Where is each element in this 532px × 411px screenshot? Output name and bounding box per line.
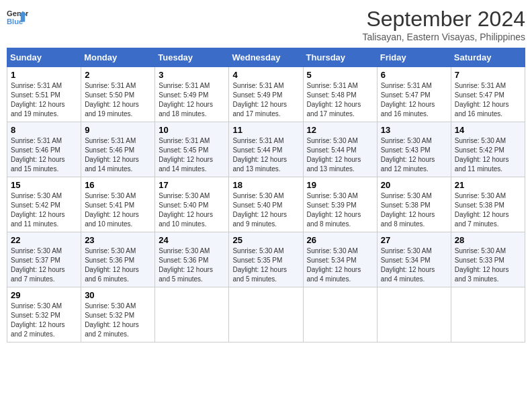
day-info: Sunrise: 5:30 AM Sunset: 5:40 PM Dayligh… bbox=[232, 191, 299, 229]
day-number: 13 bbox=[381, 125, 447, 135]
day-info: Sunrise: 5:30 AM Sunset: 5:42 PM Dayligh… bbox=[455, 136, 521, 174]
page-header: General Blue September 2024 Talisayan, E… bbox=[7, 7, 525, 42]
day-number: 17 bbox=[159, 180, 225, 190]
day-info: Sunrise: 5:30 AM Sunset: 5:36 PM Dayligh… bbox=[85, 246, 151, 284]
calendar-cell: 22 Sunrise: 5:30 AM Sunset: 5:37 PM Dayl… bbox=[7, 232, 81, 287]
day-info: Sunrise: 5:31 AM Sunset: 5:49 PM Dayligh… bbox=[159, 81, 225, 119]
calendar-cell: 26 Sunrise: 5:30 AM Sunset: 5:34 PM Dayl… bbox=[303, 232, 377, 287]
title-area: September 2024 Talisayan, Eastern Visaya… bbox=[362, 7, 525, 42]
calendar-cell: 21 Sunrise: 5:30 AM Sunset: 5:38 PM Dayl… bbox=[451, 177, 525, 232]
header-day: Sunday bbox=[7, 48, 81, 67]
day-info: Sunrise: 5:30 AM Sunset: 5:39 PM Dayligh… bbox=[307, 191, 373, 229]
day-info: Sunrise: 5:30 AM Sunset: 5:35 PM Dayligh… bbox=[232, 246, 299, 284]
calendar-week: 8 Sunrise: 5:31 AM Sunset: 5:46 PM Dayli… bbox=[7, 122, 525, 177]
day-number: 2 bbox=[85, 70, 151, 80]
day-info: Sunrise: 5:30 AM Sunset: 5:44 PM Dayligh… bbox=[307, 136, 373, 174]
day-info: Sunrise: 5:31 AM Sunset: 5:46 PM Dayligh… bbox=[11, 136, 77, 174]
calendar-cell: 24 Sunrise: 5:30 AM Sunset: 5:36 PM Dayl… bbox=[155, 232, 229, 287]
day-info: Sunrise: 5:30 AM Sunset: 5:34 PM Dayligh… bbox=[307, 246, 373, 284]
day-number: 23 bbox=[85, 235, 151, 245]
day-info: Sunrise: 5:30 AM Sunset: 5:38 PM Dayligh… bbox=[455, 191, 521, 229]
calendar-week: 1 Sunrise: 5:31 AM Sunset: 5:51 PM Dayli… bbox=[7, 67, 525, 122]
calendar-cell: 29 Sunrise: 5:30 AM Sunset: 5:32 PM Dayl… bbox=[7, 287, 81, 342]
calendar-cell: 2 Sunrise: 5:31 AM Sunset: 5:50 PM Dayli… bbox=[81, 67, 155, 122]
calendar-cell bbox=[155, 287, 229, 342]
calendar-cell: 11 Sunrise: 5:31 AM Sunset: 5:44 PM Dayl… bbox=[229, 122, 303, 177]
calendar-cell bbox=[377, 287, 451, 342]
calendar-cell: 16 Sunrise: 5:30 AM Sunset: 5:41 PM Dayl… bbox=[81, 177, 155, 232]
calendar-cell: 4 Sunrise: 5:31 AM Sunset: 5:49 PM Dayli… bbox=[229, 67, 303, 122]
day-number: 26 bbox=[307, 235, 373, 245]
day-info: Sunrise: 5:30 AM Sunset: 5:33 PM Dayligh… bbox=[455, 246, 521, 284]
day-info: Sunrise: 5:31 AM Sunset: 5:44 PM Dayligh… bbox=[232, 136, 299, 174]
day-info: Sunrise: 5:30 AM Sunset: 5:42 PM Dayligh… bbox=[11, 191, 77, 229]
calendar-cell: 14 Sunrise: 5:30 AM Sunset: 5:42 PM Dayl… bbox=[451, 122, 525, 177]
day-number: 30 bbox=[85, 290, 151, 300]
calendar-cell: 20 Sunrise: 5:30 AM Sunset: 5:38 PM Dayl… bbox=[377, 177, 451, 232]
day-number: 15 bbox=[11, 180, 77, 190]
day-info: Sunrise: 5:31 AM Sunset: 5:46 PM Dayligh… bbox=[85, 136, 151, 174]
calendar-cell: 10 Sunrise: 5:31 AM Sunset: 5:45 PM Dayl… bbox=[155, 122, 229, 177]
day-info: Sunrise: 5:30 AM Sunset: 5:40 PM Dayligh… bbox=[159, 191, 225, 229]
day-number: 14 bbox=[455, 125, 521, 135]
calendar-week: 15 Sunrise: 5:30 AM Sunset: 5:42 PM Dayl… bbox=[7, 177, 525, 232]
location: Talisayan, Eastern Visayas, Philippines bbox=[362, 32, 525, 42]
calendar-cell: 13 Sunrise: 5:30 AM Sunset: 5:43 PM Dayl… bbox=[377, 122, 451, 177]
calendar-cell: 3 Sunrise: 5:31 AM Sunset: 5:49 PM Dayli… bbox=[155, 67, 229, 122]
calendar-cell: 27 Sunrise: 5:30 AM Sunset: 5:34 PM Dayl… bbox=[377, 232, 451, 287]
calendar-week: 29 Sunrise: 5:30 AM Sunset: 5:32 PM Dayl… bbox=[7, 287, 525, 342]
header-day: Monday bbox=[81, 48, 155, 67]
calendar-cell: 7 Sunrise: 5:31 AM Sunset: 5:47 PM Dayli… bbox=[451, 67, 525, 122]
day-info: Sunrise: 5:31 AM Sunset: 5:50 PM Dayligh… bbox=[85, 81, 151, 119]
day-number: 5 bbox=[307, 70, 373, 80]
day-info: Sunrise: 5:31 AM Sunset: 5:45 PM Dayligh… bbox=[159, 136, 225, 174]
calendar-cell bbox=[303, 287, 377, 342]
calendar-cell: 19 Sunrise: 5:30 AM Sunset: 5:39 PM Dayl… bbox=[303, 177, 377, 232]
day-number: 11 bbox=[232, 125, 299, 135]
day-info: Sunrise: 5:30 AM Sunset: 5:43 PM Dayligh… bbox=[381, 136, 447, 174]
day-number: 27 bbox=[381, 235, 447, 245]
day-info: Sunrise: 5:30 AM Sunset: 5:41 PM Dayligh… bbox=[85, 191, 151, 229]
day-number: 21 bbox=[455, 180, 521, 190]
day-info: Sunrise: 5:31 AM Sunset: 5:49 PM Dayligh… bbox=[232, 81, 299, 119]
header-day: Wednesday bbox=[229, 48, 303, 67]
day-number: 4 bbox=[232, 70, 299, 80]
day-info: Sunrise: 5:31 AM Sunset: 5:48 PM Dayligh… bbox=[307, 81, 373, 119]
header-row: SundayMondayTuesdayWednesdayThursdayFrid… bbox=[7, 48, 525, 67]
day-number: 25 bbox=[232, 235, 299, 245]
calendar-cell: 5 Sunrise: 5:31 AM Sunset: 5:48 PM Dayli… bbox=[303, 67, 377, 122]
day-number: 24 bbox=[159, 235, 225, 245]
calendar-cell: 9 Sunrise: 5:31 AM Sunset: 5:46 PM Dayli… bbox=[81, 122, 155, 177]
day-number: 16 bbox=[85, 180, 151, 190]
day-number: 7 bbox=[455, 70, 521, 80]
header-day: Saturday bbox=[451, 48, 525, 67]
day-info: Sunrise: 5:30 AM Sunset: 5:37 PM Dayligh… bbox=[11, 246, 77, 284]
day-number: 3 bbox=[159, 70, 225, 80]
day-number: 18 bbox=[232, 180, 299, 190]
calendar-cell: 28 Sunrise: 5:30 AM Sunset: 5:33 PM Dayl… bbox=[451, 232, 525, 287]
day-info: Sunrise: 5:31 AM Sunset: 5:47 PM Dayligh… bbox=[455, 81, 521, 119]
calendar-cell: 12 Sunrise: 5:30 AM Sunset: 5:44 PM Dayl… bbox=[303, 122, 377, 177]
calendar-cell: 6 Sunrise: 5:31 AM Sunset: 5:47 PM Dayli… bbox=[377, 67, 451, 122]
day-info: Sunrise: 5:30 AM Sunset: 5:34 PM Dayligh… bbox=[381, 246, 447, 284]
day-number: 6 bbox=[381, 70, 447, 80]
day-number: 20 bbox=[381, 180, 447, 190]
header-day: Tuesday bbox=[155, 48, 229, 67]
calendar-cell bbox=[229, 287, 303, 342]
day-info: Sunrise: 5:30 AM Sunset: 5:36 PM Dayligh… bbox=[159, 246, 225, 284]
calendar-cell: 8 Sunrise: 5:31 AM Sunset: 5:46 PM Dayli… bbox=[7, 122, 81, 177]
day-info: Sunrise: 5:30 AM Sunset: 5:38 PM Dayligh… bbox=[381, 191, 447, 229]
day-number: 9 bbox=[85, 125, 151, 135]
logo: General Blue bbox=[7, 7, 28, 28]
day-number: 29 bbox=[11, 290, 77, 300]
day-info: Sunrise: 5:31 AM Sunset: 5:51 PM Dayligh… bbox=[11, 81, 77, 119]
calendar-cell: 18 Sunrise: 5:30 AM Sunset: 5:40 PM Dayl… bbox=[229, 177, 303, 232]
calendar-table: SundayMondayTuesdayWednesdayThursdayFrid… bbox=[7, 48, 525, 342]
calendar-cell: 23 Sunrise: 5:30 AM Sunset: 5:36 PM Dayl… bbox=[81, 232, 155, 287]
svg-text:Blue: Blue bbox=[7, 17, 23, 26]
day-number: 28 bbox=[455, 235, 521, 245]
month-title: September 2024 bbox=[362, 7, 525, 32]
day-number: 19 bbox=[307, 180, 373, 190]
header-day: Thursday bbox=[303, 48, 377, 67]
day-number: 22 bbox=[11, 235, 77, 245]
